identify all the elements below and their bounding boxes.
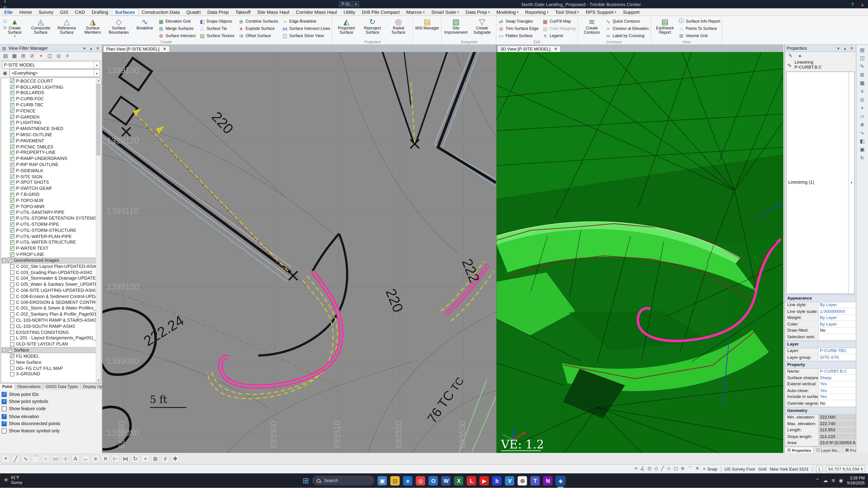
list-item[interactable]: P-SPOT SHOTS	[1, 180, 101, 185]
show-option-row[interactable]: Show disconnected points	[2, 421, 100, 426]
list-item[interactable]: C-202_Sanitarry Plan & Profile_Page001_D	[1, 311, 101, 317]
image-checkbox[interactable]	[10, 282, 14, 287]
image-checkbox[interactable]	[10, 270, 14, 275]
refresh-icon[interactable]: ↻	[858, 154, 866, 161]
show-option-row[interactable]: Show feature symbol only	[2, 428, 100, 433]
add-view-icon[interactable]: ⊕	[858, 121, 866, 128]
quick-access-dropdown[interactable]: P-Sl...	[339, 1, 360, 7]
image-checkbox[interactable]	[10, 294, 14, 299]
list-item[interactable]: C-201_Storm & Sewer & Water Profiles_Pa	[1, 305, 101, 311]
layer-checkbox[interactable]	[10, 204, 14, 209]
property-value[interactable]: By Layer	[818, 315, 856, 321]
list-item[interactable]: C-109-EROSION & SEDIMENT CONTROL	[1, 299, 101, 305]
ribbon-button[interactable]: ◧ Drape Objects	[199, 18, 235, 25]
layer-checkbox[interactable]	[10, 121, 14, 125]
show-option-row[interactable]: Show elevation	[2, 414, 100, 419]
layer-checkbox[interactable]	[10, 210, 14, 215]
show-option-row[interactable]: Show feature code	[2, 406, 100, 411]
show-option-checkbox[interactable]	[2, 399, 6, 404]
network-icon[interactable]: ≋	[831, 478, 835, 483]
menu-tab[interactable]: Support	[620, 8, 643, 16]
menu-tab[interactable]: Reporting	[522, 8, 552, 16]
coordinate-system-indicator[interactable]: New York East 3101	[770, 466, 809, 471]
youtube[interactable]: ▶	[479, 476, 489, 485]
list-item[interactable]: P-TOPO-MNR	[1, 204, 101, 210]
layer-checkbox[interactable]	[10, 115, 14, 119]
globe-icon[interactable]: ◉	[2, 70, 8, 76]
layer-checkbox[interactable]	[10, 169, 14, 173]
menu-tab[interactable]: Takeoff	[232, 8, 254, 16]
trimble-business-center[interactable]: ◈	[556, 476, 565, 485]
list-item[interactable]: P-BOLLARD LIGHTING	[1, 84, 101, 90]
layer-checkbox[interactable]	[10, 109, 14, 113]
menu-tab[interactable]: Utility	[340, 8, 359, 16]
selection-dropdown[interactable]: Linestring (1)	[786, 71, 855, 294]
show-option-checkbox[interactable]	[2, 392, 6, 397]
list-item[interactable]: FG MODEL	[1, 353, 101, 359]
snap-point-icon[interactable]: ⌖	[634, 465, 637, 472]
list-item[interactable]: CL-103-SOUTH RAMP-ASI#2	[1, 323, 101, 329]
layer-checkbox[interactable]	[10, 157, 14, 161]
show-option-checkbox[interactable]	[2, 406, 6, 411]
show-option-checkbox[interactable]	[2, 414, 6, 419]
undo-icon[interactable]: ↶	[2, 4, 8, 11]
ribbon-button[interactable]: ⊞ Volume Grid	[679, 32, 720, 39]
grid-view-icon[interactable]: ▣	[858, 146, 866, 153]
ribbon-button[interactable]: ⇄ Swap Triangles	[498, 18, 539, 25]
property-value[interactable]: By Layer	[818, 321, 856, 327]
show-option-row[interactable]: Show point symbols	[2, 399, 100, 404]
list-item[interactable]: OLD-SITE LAYOUT PLAN	[1, 341, 101, 347]
onenote[interactable]: N	[543, 476, 553, 485]
image-checkbox[interactable]	[10, 276, 14, 281]
collapse-icon[interactable]	[2, 348, 6, 352]
cad-extend-icon[interactable]: ⊢	[111, 454, 120, 463]
list-item[interactable]: C-102_Site Layout Plan-UPDATED-ASI#2	[1, 264, 101, 270]
ribbon-button[interactable]: ⇉ Offset Surface	[239, 32, 278, 39]
project-explorer-icon[interactable]: ▤	[858, 47, 866, 53]
show-option-checkbox[interactable]	[2, 428, 6, 433]
property-value[interactable]: No	[818, 327, 856, 333]
list-item[interactable]: P-FENCE	[1, 108, 101, 114]
list-item[interactable]: EXSISTING CONDITIONS	[1, 329, 101, 335]
menu-tab[interactable]: Corridor Mass Haul	[292, 8, 340, 16]
menu-tab[interactable]: Data Prep	[462, 8, 493, 16]
close-icon[interactable]: ✕	[95, 46, 100, 51]
list-item[interactable]: P-RIP RAP OUTLINE	[1, 162, 101, 167]
properties-pane-icon[interactable]: ◫	[858, 55, 866, 61]
snapshot-icon[interactable]: ◎	[858, 96, 866, 103]
menu-tab[interactable]: Home	[16, 8, 35, 16]
cad-move-icon[interactable]: +	[141, 454, 150, 463]
image-checkbox[interactable]	[10, 288, 14, 293]
list-item[interactable]: P-CURB-FOC	[1, 96, 101, 102]
pin-icon[interactable]: ▴	[842, 46, 847, 51]
ribbon-button[interactable]: ≡ Legend	[542, 32, 576, 39]
start-button[interactable]: ⊞	[303, 476, 309, 485]
surface-checkbox[interactable]	[10, 360, 14, 364]
ribbon-button[interactable]: ▦ Elevation Grid	[158, 18, 196, 25]
image-checkbox[interactable]	[10, 342, 14, 346]
list-item[interactable]: CL-103-NORTH RAMP & STAIRS-ASI#2	[1, 317, 101, 323]
list-item[interactable]: P-PAVEMENT	[1, 138, 101, 144]
flags-pane-icon[interactable]: ✎	[858, 63, 866, 70]
property-value[interactable]: Yes	[818, 381, 856, 387]
view-filter-dropdown[interactable]: P-SITE MODEL	[2, 61, 100, 68]
filter-isolate-icon[interactable]: ◎	[55, 53, 62, 59]
ribbon-button[interactable]: ≋ Create Contours	[579, 17, 604, 39]
ribbon-button[interactable]: ◬ Composite Surface	[28, 17, 53, 39]
list-item[interactable]: C-106-SITE LIGHTING-UPDATED-ASI#2	[1, 287, 101, 293]
list-item[interactable]: P-LIGHTING	[1, 120, 101, 126]
layer-checkbox[interactable]	[10, 246, 14, 251]
bluebeam[interactable]: b	[492, 476, 502, 485]
excel[interactable]: X	[454, 476, 464, 485]
app-l[interactable]: L	[467, 476, 476, 485]
image-checkbox[interactable]	[10, 264, 14, 269]
layer-checkbox[interactable]	[10, 127, 14, 131]
word[interactable]: W	[441, 476, 451, 485]
menu-tab[interactable]: Survey	[35, 8, 57, 16]
panel-tab[interactable]: ▤ Properties	[785, 447, 814, 453]
menu-tab[interactable]: Data Prep	[204, 8, 232, 16]
list-item[interactable]: P-PROPERTY-LINE	[1, 150, 101, 156]
filter-save-icon[interactable]: ▦	[11, 53, 18, 59]
list-item[interactable]: C-103_Grading Plan-UPDATED-ASI#2	[1, 270, 101, 275]
snap-angle-icon[interactable]: ∠	[640, 465, 645, 472]
